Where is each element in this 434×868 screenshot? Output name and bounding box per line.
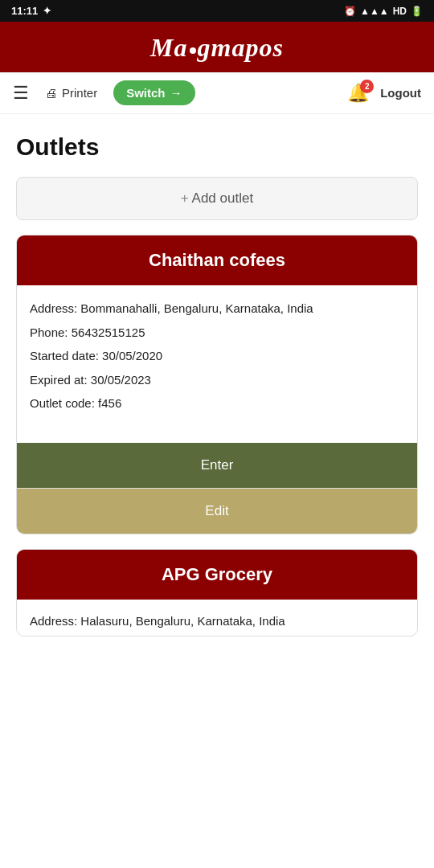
printer-button[interactable]: 🖨 Printer — [45, 86, 97, 100]
outlet-card-1-header: Chaithan cofees — [17, 235, 417, 285]
notifications-badge: 2 — [360, 80, 374, 93]
outlet-1-enter-button[interactable]: Enter — [17, 443, 417, 488]
page-title: Outlets — [16, 133, 418, 161]
outlet-1-address: Address: Bommanahalli, Bengaluru, Karnat… — [30, 300, 404, 318]
notifications-button[interactable]: 🔔 2 — [347, 83, 369, 104]
switch-arrow-icon: → — [170, 86, 182, 100]
status-time: 11:11 — [11, 5, 38, 17]
status-signal: ▲▲▲ — [360, 6, 389, 17]
hamburger-button[interactable]: ☰ — [13, 83, 29, 104]
outlet-1-phone: Phone: 56432515125 — [30, 324, 404, 342]
switch-button[interactable]: Switch → — [113, 80, 194, 105]
printer-label: Printer — [62, 86, 97, 100]
switch-label: Switch — [126, 86, 165, 100]
status-bar: 11:11 ✦ ⏰ ▲▲▲ HD 🔋 — [0, 0, 434, 22]
logo-bar: Magmapos — [0, 22, 434, 72]
outlet-1-edit-label: Edit — [205, 503, 228, 518]
status-logo-icon: ✦ — [43, 5, 51, 17]
outlet-1-name: Chaithan cofees — [30, 250, 404, 271]
outlet-2-address: Address: Halasuru, Bengaluru, Karnataka,… — [30, 612, 404, 631]
page-content: Outlets Add outlet Chaithan cofees Addre… — [0, 114, 434, 637]
printer-icon: 🖨 — [45, 86, 57, 100]
outlet-card-2-body: Address: Halasuru, Bengaluru, Karnataka,… — [17, 600, 417, 631]
hamburger-icon: ☰ — [13, 83, 29, 103]
logout-label: Logout — [380, 86, 421, 100]
outlet-1-expired-at: Expired at: 30/05/2023 — [30, 371, 404, 390]
outlet-1-outlet-code: Outlet code: f456 — [30, 395, 404, 413]
outlet-1-started-date: Started date: 30/05/2020 — [30, 347, 404, 366]
card-spacer — [30, 419, 404, 435]
outlet-card-2: APG Grocery Address: Halasuru, Bengaluru… — [16, 549, 418, 637]
status-hd-badge: HD — [393, 6, 407, 17]
status-alarm-icon: ⏰ — [344, 6, 356, 17]
logout-button[interactable]: Logout — [380, 86, 421, 100]
outlet-1-edit-button[interactable]: Edit — [17, 488, 417, 534]
add-outlet-label: Add outlet — [192, 190, 254, 206]
status-battery-icon: 🔋 — [411, 6, 423, 17]
add-outlet-button[interactable]: Add outlet — [16, 177, 418, 220]
outlet-2-name: APG Grocery — [30, 564, 404, 585]
outlet-card-1-body: Address: Bommanahalli, Bengaluru, Karnat… — [17, 285, 417, 443]
navbar: ☰ 🖨 Printer Switch → 🔔 2 Logout — [0, 72, 434, 114]
outlet-card-1: Chaithan cofees Address: Bommanahalli, B… — [16, 235, 418, 534]
outlet-1-enter-label: Enter — [201, 457, 234, 473]
app-logo: Magmapos — [150, 33, 284, 63]
outlet-card-2-header: APG Grocery — [17, 550, 417, 600]
